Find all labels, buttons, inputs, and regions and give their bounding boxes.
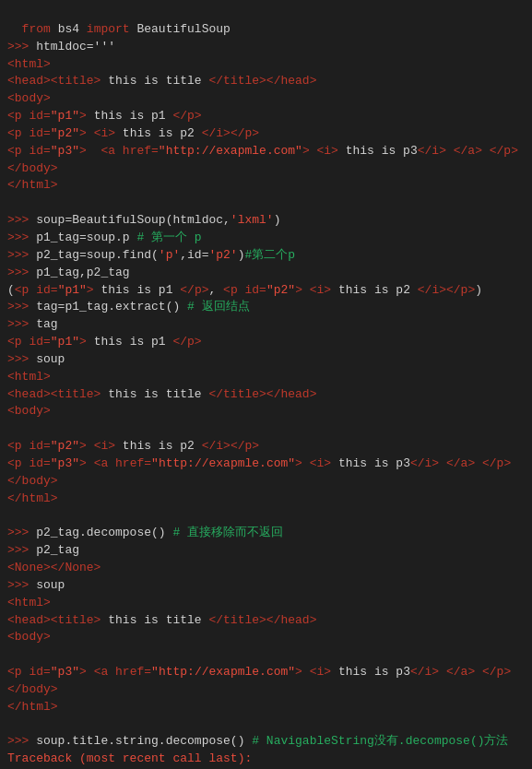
code-output: from bs4 import BeautifulSoup >>> htmldo… — [7, 4, 525, 769]
